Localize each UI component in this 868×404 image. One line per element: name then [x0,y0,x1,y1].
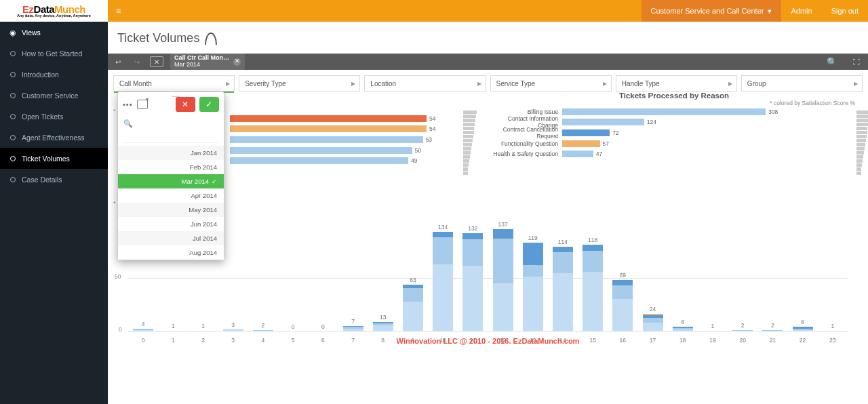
reason-row[interactable]: Functionality Question57 [488,138,861,149]
hour-col[interactable]: 2 [757,211,787,331]
filter-service-type[interactable]: Service Type▶ [490,75,612,92]
popup-search-input[interactable] [123,128,218,143]
circle-icon [9,71,16,78]
more-icon[interactable]: ••• [123,100,133,108]
month-option[interactable]: Jan 2014 [118,146,224,160]
clear-selection-icon[interactable]: ✕ [150,56,163,67]
filter-handle-type[interactable]: Handle Type▶ [616,75,737,92]
sidebar-item-agent-effectiveness[interactable]: Agent Effectiveness [0,127,108,148]
search-icon[interactable]: 🔍 [826,56,838,67]
reason-label: Contract Cancellation Request [488,126,562,140]
minimap-left[interactable] [463,110,478,182]
sidebar-header[interactable]: ◉ Views [0,22,108,43]
check-icon: ✓ [212,178,217,185]
sidebar-item-label: How to Get Started [22,49,82,58]
hamburger-icon[interactable]: ≡ [108,6,129,16]
footer-text: Winnovation LLC @ 2010 - 2016. EzDataMun… [108,337,868,345]
chart-reason-title: Tickets Processed by Reason [488,92,861,100]
filter-group[interactable]: Group▶ [741,75,863,92]
hour-col[interactable]: 63 [398,211,428,331]
charts-area: * c * c 5454535049 Tickets Processed by … [108,92,868,349]
caret-right-icon: ▶ [728,81,732,87]
hour-col[interactable]: 114 [548,211,578,331]
hour-col[interactable]: 1 [698,211,728,331]
popup-list: Jan 2014Feb 2014Mar 2014✓Apr 2014May 201… [118,146,224,260]
month-option[interactable]: Apr 2014 [118,188,224,203]
popup-search: 🔍 [118,117,224,146]
sidebar-item-label: Ticket Volumes [22,155,70,163]
sidebar-item-how-to-get-started[interactable]: How to Get Started [0,43,108,64]
hour-col[interactable]: 69 [608,211,637,331]
hour-col[interactable]: 134 [428,211,458,331]
search-icon: 🔍 [123,119,133,127]
reason-row[interactable]: Health & Safety Question47 [488,148,861,159]
circle-icon [9,134,16,141]
month-option[interactable]: Jun 2014 [118,217,224,231]
hour-col[interactable]: 13 [368,211,398,331]
caret-right-icon: ▶ [603,81,607,87]
month-option[interactable]: Feb 2014 [118,160,224,174]
sidebar-item-ticket-volumes[interactable]: Ticket Volumes [0,148,108,169]
sidebar-item-label: Agent Effectiveness [22,134,85,142]
workspace-dropdown[interactable]: Customer Service and Call Center ▾ [642,0,782,22]
filter-severity-type[interactable]: Severity Type▶ [239,75,360,92]
forward-icon[interactable]: ↪ [131,56,143,67]
content: Ticket Volumes ↩ ↪ ✕ Call Ctr Call Mon… … [108,22,868,404]
ytick-50: 50 [115,273,121,280]
filter-label: Call Month [119,80,152,87]
hour-col[interactable]: 6 [787,211,817,331]
month-option[interactable]: May 2014 [118,203,224,217]
reason-row[interactable]: Contract Cancellation Request72 [488,127,861,138]
sidebar-item-introduction[interactable]: Introduction [0,64,108,85]
admin-link[interactable]: Admin [781,7,821,15]
cancel-button[interactable]: ✕ [176,97,195,112]
minimap-right[interactable] [856,110,868,182]
back-icon[interactable]: ↩ [112,56,124,67]
caret-right-icon: ▶ [351,81,355,87]
filter-location[interactable]: Location▶ [364,75,486,92]
chart-reason-subtitle: * colored by Satisfaction Score % [488,100,861,106]
month-option[interactable]: Mar 2014✓ [118,174,224,188]
hour-col[interactable]: 6 [668,211,698,331]
hour-col[interactable]: 116 [578,211,608,331]
reason-label: Billing Issue [488,108,562,115]
expand-icon[interactable]: ⛶ [850,56,863,67]
month-option[interactable]: Aug 2014 [118,245,224,260]
hour-col[interactable]: 24 [637,211,667,331]
hour-col[interactable]: 132 [458,211,488,331]
hour-col[interactable]: 119 [518,211,548,331]
sidebar-item-case-details[interactable]: Case Details [0,169,108,190]
hour-col[interactable]: 2 [728,211,757,331]
sidebar-item-label: Case Details [22,176,62,184]
chart-hourly[interactable]: 0 50 41132007136313413213711911411669246… [128,211,848,346]
filter-label: Handle Type [622,80,660,87]
hour-col[interactable]: 2 [248,211,278,331]
workspace-label: Customer Service and Call Center [651,7,764,15]
hour-col[interactable]: 137 [488,211,517,331]
circle-icon [9,155,16,162]
filter-label: Group [747,80,766,87]
chart-reason[interactable]: Tickets Processed by Reason * colored by… [488,92,861,159]
hour-col[interactable]: 0 [308,211,338,331]
signout-link[interactable]: Sign out [822,7,868,15]
sidebar-item-open-tickets[interactable]: Open Tickets [0,106,108,127]
reason-label: Functionality Question [488,140,562,147]
month-option[interactable]: Jul 2014 [118,231,224,245]
crumb-remove-icon[interactable]: ✕ [233,58,241,66]
caret-right-icon: ▶ [226,81,230,87]
selections-toolbar: ↩ ↪ ✕ Call Ctr Call Mon… Mar 2014 ✕ 🔍 ⛶ [108,54,868,70]
hour-col[interactable]: 0 [278,211,308,331]
sidebar-item-customer-service[interactable]: Customer Service [0,85,108,106]
circle-icon [9,176,16,183]
month-option-label: Apr 2014 [191,192,217,199]
chart-left-hbar[interactable]: 5454535049 [230,113,474,166]
clear-icon[interactable] [137,100,148,109]
chevron-down-icon: ▾ [768,7,772,16]
hour-col[interactable]: 7 [338,211,368,331]
month-picker-popup: ••• ✕ ✓ 🔍 Jan 2014Feb 2014Mar 2014✓Apr 2… [117,92,224,260]
selection-crumb[interactable]: Call Ctr Call Mon… Mar 2014 ✕ [170,54,245,70]
confirm-button[interactable]: ✓ [199,97,219,112]
hour-col[interactable]: 1 [818,211,848,331]
month-option-label: Jun 2014 [191,220,217,228]
ytick-0: 0 [119,326,122,333]
